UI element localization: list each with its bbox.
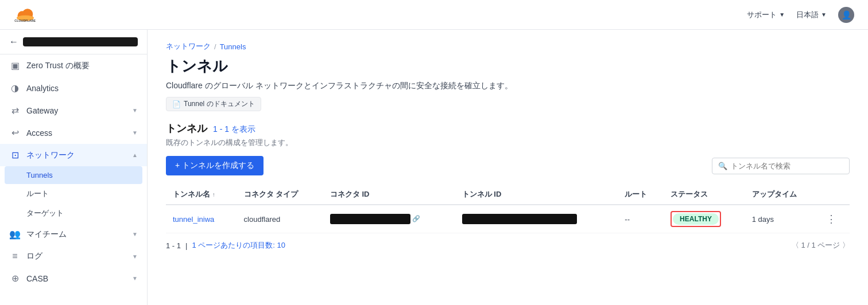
col-header-name: トンネル名 ↑ xyxy=(166,185,237,205)
table-footer: 1 - 1 | 1 ページあたりの項目数: 10 〈 1 / 1 ページ 〉 xyxy=(166,240,850,251)
sidebar-item-gateway-label: Gateway xyxy=(26,106,126,115)
cell-tunnel-name: tunnel_iniwa xyxy=(166,205,237,233)
doc-link-badge[interactable]: 📄 Tunnel のドキュメント xyxy=(166,97,261,111)
tunnel-id-redacted xyxy=(462,214,577,224)
count-link[interactable]: 1 - 1 を表示 xyxy=(213,124,255,135)
network-chevron-icon: ▲ xyxy=(132,152,138,158)
cell-more-actions: ⋮ xyxy=(819,205,850,233)
sidebar-sub-item-targets[interactable]: ターゲット xyxy=(0,204,147,223)
doc-link-label: Tunnel のドキュメント xyxy=(184,99,255,109)
table-row: tunnel_iniwa cloudflared 🔗 -- xyxy=(166,205,850,233)
status-badge: HEALTHY xyxy=(673,213,719,225)
sidebar-item-log-label: ログ xyxy=(26,251,126,261)
more-actions-icon[interactable]: ⋮ xyxy=(826,213,836,225)
sort-icon[interactable]: ↑ xyxy=(212,191,215,198)
support-chevron-icon: ▼ xyxy=(779,11,785,18)
back-arrow-icon[interactable]: ← xyxy=(9,37,18,47)
sidebar-item-network[interactable]: ⊡ ネットワーク ▲ xyxy=(0,144,147,166)
tunnels-label: Tunnels xyxy=(26,171,53,179)
sidebar-item-access-label: Access xyxy=(26,128,126,138)
range-label: 1 - 1 xyxy=(166,241,181,250)
col-header-tunnel-id: トンネル ID xyxy=(455,185,618,205)
connector-id-redacted xyxy=(330,214,410,224)
sidebar-item-zero-trust[interactable]: ▣ Zero Trust の概要 xyxy=(0,54,147,77)
user-menu-button[interactable]: 👤 xyxy=(838,7,854,23)
sidebar-item-casb[interactable]: ⊕ CASB ▼ xyxy=(0,267,147,290)
topnav: CLOUDFLARE サポート ▼ 日本語 ▼ 👤 xyxy=(0,0,868,30)
myteam-chevron-icon: ▼ xyxy=(132,231,138,237)
cell-tunnel-id xyxy=(455,205,618,233)
main-content: ネットワーク / Tunnels トンネル Cloudflare のグローバル … xyxy=(148,30,868,305)
table-container: トンネル名 ↑ コネクタ タイプ コネクタ ID トンネル ID ルート ステー… xyxy=(166,185,850,233)
casb-icon: ⊕ xyxy=(9,273,21,284)
sidebar-sub-item-tunnels[interactable]: Tunnels xyxy=(5,166,142,184)
logo-area: CLOUDFLARE xyxy=(14,7,747,23)
sidebar-item-gateway[interactable]: ⇄ Gateway ▼ xyxy=(0,99,147,122)
myteam-icon: 👥 xyxy=(9,229,21,240)
sidebar-item-analytics[interactable]: ◑ Analytics xyxy=(0,77,147,99)
network-icon: ⊡ xyxy=(9,150,21,161)
create-tunnel-button[interactable]: + トンネルを作成する xyxy=(166,156,264,175)
cell-connector-type: cloudflared xyxy=(237,205,323,233)
access-icon: ↩ xyxy=(9,127,21,138)
sidebar-sub-item-routes[interactable]: ルート xyxy=(0,184,147,204)
section-subtitle: 既存のトンネルの構成を管理します。 xyxy=(166,138,850,148)
sidebar-item-casb-label: CASB xyxy=(26,274,126,283)
language-chevron-icon: ▼ xyxy=(821,11,827,18)
cell-connector-id: 🔗 xyxy=(323,205,455,233)
sidebar-item-network-label: ネットワーク xyxy=(26,150,126,161)
cell-status: HEALTHY xyxy=(664,205,745,233)
tunnel-name-link[interactable]: tunnel_iniwa xyxy=(173,215,214,224)
toolbar: + トンネルを作成する 🔍 xyxy=(166,156,850,175)
status-cell-highlighted: HEALTHY xyxy=(671,211,721,227)
support-label: サポート xyxy=(747,10,777,20)
layout: ← ▣ Zero Trust の概要 ◑ Analytics ⇄ Gateway… xyxy=(0,30,868,305)
breadcrumb-network[interactable]: ネットワーク xyxy=(166,41,211,52)
breadcrumb-current: Tunnels xyxy=(220,42,246,51)
sidebar-item-myteam-label: マイチーム xyxy=(26,229,126,240)
cell-uptime: 1 days xyxy=(745,205,819,233)
connector-id-external-link-icon[interactable]: 🔗 xyxy=(412,215,420,222)
access-chevron-icon: ▼ xyxy=(132,130,138,136)
page-description: Cloudflare のグローバル ネットワークとインフラストラクチャの間に安全… xyxy=(166,81,850,91)
per-page-link[interactable]: 1 ページあたりの項目数: 10 xyxy=(192,240,285,251)
cloudflare-logo: CLOUDFLARE xyxy=(14,7,37,23)
targets-label: ターゲット xyxy=(26,209,64,217)
sidebar-item-access[interactable]: ↩ Access ▼ xyxy=(0,122,147,144)
sidebar-item-myteam[interactable]: 👥 マイチーム ▼ xyxy=(0,223,147,245)
zero-trust-icon: ▣ xyxy=(9,60,21,71)
gateway-icon: ⇄ xyxy=(9,105,21,116)
log-chevron-icon: ▼ xyxy=(132,253,138,260)
breadcrumb: ネットワーク / Tunnels xyxy=(166,41,850,52)
table-header-row: トンネル名 ↑ コネクタ タイプ コネクタ ID トンネル ID ルート ステー… xyxy=(166,185,850,205)
account-box[interactable] xyxy=(23,37,138,46)
col-header-uptime: アップタイム xyxy=(745,185,819,205)
search-box: 🔍 xyxy=(712,158,850,174)
section-title: トンネル xyxy=(166,122,207,135)
sidebar-item-zero-trust-label: Zero Trust の概要 xyxy=(26,61,138,71)
tunnels-table: トンネル名 ↑ コネクタ タイプ コネクタ ID トンネル ID ルート ステー… xyxy=(166,185,850,233)
user-icon: 👤 xyxy=(842,10,851,19)
col-header-route: ルート xyxy=(618,185,664,205)
pagination-nav[interactable]: 〈 1 / 1 ページ 〉 xyxy=(792,240,850,251)
col-header-connector-id: コネクタ ID xyxy=(323,185,455,205)
breadcrumb-separator: / xyxy=(214,42,216,51)
language-link[interactable]: 日本語 ▼ xyxy=(796,10,827,20)
casb-chevron-icon: ▼ xyxy=(132,275,138,281)
pagination-text: 〈 1 / 1 ページ 〉 xyxy=(792,240,850,251)
routes-label: ルート xyxy=(26,189,49,198)
log-icon: ≡ xyxy=(9,251,21,261)
cell-route: -- xyxy=(618,205,664,233)
sidebar: ← ▣ Zero Trust の概要 ◑ Analytics ⇄ Gateway… xyxy=(0,30,148,305)
sidebar-item-log[interactable]: ≡ ログ ▼ xyxy=(0,245,147,267)
svg-text:CLOUDFLARE: CLOUDFLARE xyxy=(14,19,36,22)
analytics-icon: ◑ xyxy=(9,83,21,93)
support-link[interactable]: サポート ▼ xyxy=(747,10,785,20)
page-title: トンネル xyxy=(166,56,850,76)
search-input[interactable] xyxy=(731,162,843,170)
topnav-right: サポート ▼ 日本語 ▼ 👤 xyxy=(747,7,854,23)
doc-icon: 📄 xyxy=(172,100,181,108)
search-icon: 🔍 xyxy=(718,162,727,170)
gateway-chevron-icon: ▼ xyxy=(132,107,138,114)
sidebar-back-area: ← xyxy=(0,30,147,54)
